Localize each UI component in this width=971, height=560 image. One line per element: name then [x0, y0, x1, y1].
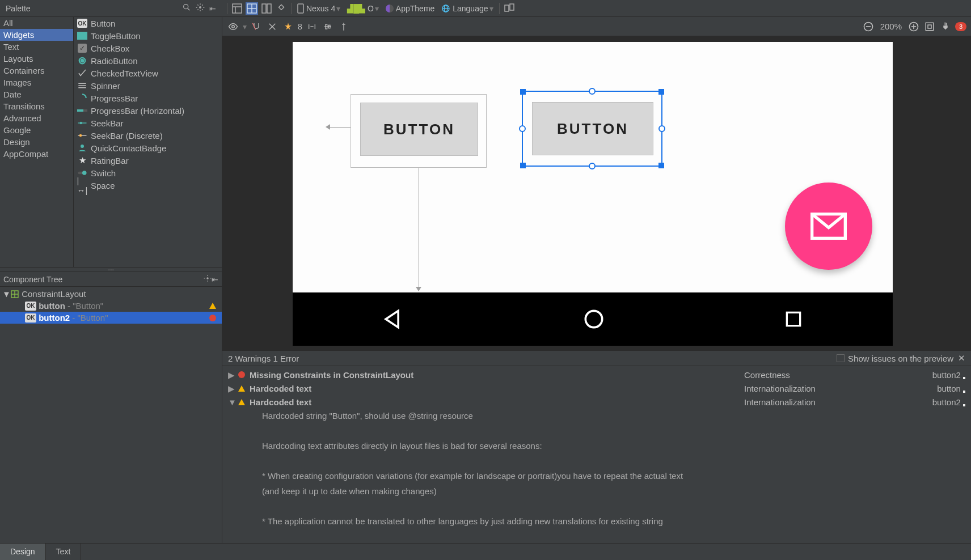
eye-icon[interactable]: [227, 20, 239, 33]
palette-widget-radiobutton[interactable]: RadioButton: [74, 54, 222, 67]
palette-widget-togglebutton[interactable]: ToggleButton: [74, 29, 222, 42]
floating-action-button[interactable]: [785, 183, 872, 270]
search-icon[interactable]: [182, 3, 192, 14]
error-badge[interactable]: 3: [955, 22, 966, 31]
issue-row[interactable]: ▶Missing Constraints in ConstraintLayout…: [222, 368, 971, 382]
palette-category-transitions[interactable]: Transitions: [0, 100, 73, 112]
palette-widget-seekbar[interactable]: SeekBar: [74, 117, 222, 129]
nav-back-icon[interactable]: [381, 307, 406, 332]
collapse-icon[interactable]: ⇤: [212, 275, 218, 284]
palette-category-all[interactable]: All: [0, 17, 73, 29]
collapse-icon[interactable]: ⇤: [209, 4, 219, 13]
resize-handle[interactable]: [520, 163, 526, 168]
blueprint-icon[interactable]: [246, 2, 258, 15]
zoom-level[interactable]: 200%: [880, 22, 902, 31]
palette-widget-progressbar[interactable]: ProgressBar: [74, 92, 222, 104]
issues-summary: 2 Warnings 1 Error: [228, 354, 299, 363]
nav-recent-icon[interactable]: [782, 308, 805, 330]
issue-row[interactable]: ▶Hardcoded textInternationalizationbutto…: [222, 382, 971, 396]
clear-constraints-icon[interactable]: [266, 20, 278, 33]
api-selector[interactable]: ▟█▙ O▾: [347, 4, 379, 13]
palette-category-containers[interactable]: Containers: [0, 65, 73, 77]
palette-category-widgets[interactable]: Widgets: [0, 29, 73, 41]
palette-widget-space[interactable]: |↔|Space: [74, 179, 222, 192]
palette-category-images[interactable]: Images: [0, 77, 73, 88]
button2-selection-frame[interactable]: BUTTON: [522, 91, 662, 167]
palette-widget-spinner[interactable]: Spinner: [74, 79, 222, 92]
preview-button2[interactable]: BUTTON: [532, 102, 653, 155]
palette-widget-quickcontactbadge[interactable]: QuickContactBadge: [74, 142, 222, 154]
palette-category-text[interactable]: Text: [0, 41, 73, 53]
default-margin[interactable]: 8: [298, 20, 302, 33]
theme-selector[interactable]: AppTheme: [386, 4, 434, 13]
resize-handle[interactable]: [658, 89, 664, 95]
tree-node-button2[interactable]: OK button2 - "Button": [0, 312, 222, 324]
radio-icon: [77, 56, 87, 66]
constraint-handle[interactable]: [658, 125, 665, 132]
layout-variants-icon[interactable]: [503, 2, 516, 15]
tree-node-button[interactable]: OK button - "Button": [0, 300, 222, 312]
pan-icon[interactable]: [939, 20, 952, 33]
nav-home-icon[interactable]: [581, 307, 606, 332]
warning-icon: [209, 303, 216, 309]
pack-icon[interactable]: [306, 20, 318, 33]
tab-design[interactable]: Design: [0, 544, 46, 560]
issue-detail-line: [222, 454, 971, 469]
resize-handle[interactable]: [658, 163, 664, 168]
show-preview-label: Show issues on the preview: [848, 354, 953, 363]
chevron-icon[interactable]: ▶: [228, 370, 238, 380]
ok-icon: OK: [77, 18, 87, 28]
chevron-icon[interactable]: ▶: [228, 384, 238, 394]
guideline-icon[interactable]: [337, 20, 350, 33]
palette-widget-checkedtextview[interactable]: CheckedTextView: [74, 67, 222, 79]
zoom-out-icon[interactable]: [862, 20, 875, 33]
palette-category-advanced[interactable]: Advanced: [0, 112, 73, 124]
palette-category-date[interactable]: Date: [0, 88, 73, 100]
palette-widget-progressbar-horizontal-[interactable]: ProgressBar (Horizontal): [74, 104, 222, 117]
resize-handle[interactable]: [520, 89, 526, 95]
device-selector[interactable]: Nexus 4▾: [297, 3, 340, 14]
palette-widget-checkbox[interactable]: ✓CheckBox: [74, 42, 222, 54]
zoom-in-icon[interactable]: [907, 20, 920, 33]
chevron-icon[interactable]: ▼: [228, 397, 238, 407]
constraint-handle[interactable]: [589, 163, 596, 169]
align-icon[interactable]: [322, 20, 334, 33]
palette-widget-ratingbar[interactable]: ★RatingBar: [74, 154, 222, 167]
fit-screen-icon[interactable]: [923, 20, 936, 33]
gear-icon[interactable]: [204, 274, 212, 284]
palette-category-appcompat[interactable]: AppCompat: [0, 148, 73, 160]
preview-button1[interactable]: BUTTON: [360, 103, 478, 156]
device-label: Nexus 4: [306, 4, 335, 13]
top-toolbar: Palette ⇤ Nexus 4▾ ▟█▙ O▾ AppTheme Langu…: [0, 0, 971, 17]
infer-constraints-icon[interactable]: [282, 20, 294, 33]
constraint-handle[interactable]: [519, 125, 526, 132]
tree-root[interactable]: ▼ ConstraintLayout: [0, 288, 222, 300]
show-preview-checkbox[interactable]: [837, 354, 845, 362]
orientation-icon[interactable]: [275, 2, 288, 15]
button1-frame[interactable]: BUTTON: [351, 94, 487, 168]
resize-grip[interactable]: ┉┉: [0, 268, 222, 272]
palette-category-design[interactable]: Design: [0, 136, 73, 148]
palette-widget-switch[interactable]: Switch: [74, 167, 222, 179]
issue-detail-line: Hardcoded string "Button", should use @s…: [222, 409, 971, 424]
palette-widget-seekbar-discrete-[interactable]: SeekBar (Discrete): [74, 129, 222, 142]
star-icon: ★: [77, 155, 87, 166]
divider: [227, 3, 227, 14]
both-surfaces-icon[interactable]: [260, 2, 273, 15]
tab-text[interactable]: Text: [46, 544, 82, 560]
design-surface-icon[interactable]: [231, 2, 243, 15]
palette-category-layouts[interactable]: Layouts: [0, 53, 73, 65]
close-icon[interactable]: ✕: [958, 353, 965, 363]
constraint-handle[interactable]: [589, 88, 596, 95]
palette-widget-button[interactable]: OKButton: [74, 17, 222, 29]
gear-icon[interactable]: [196, 3, 206, 14]
magnet-icon[interactable]: [250, 20, 263, 33]
svg-point-25: [79, 134, 82, 137]
design-canvas[interactable]: BUTTON BUTTON: [222, 36, 971, 350]
component-tree: ▼ ConstraintLayoutOK button - "Button"OK…: [0, 287, 222, 543]
language-selector[interactable]: Language▾: [441, 4, 493, 13]
button-icon: OK: [25, 313, 36, 323]
svg-point-0: [184, 5, 188, 9]
issue-row[interactable]: ▼Hardcoded textInternationalizationbutto…: [222, 396, 971, 409]
palette-category-google[interactable]: Google: [0, 124, 73, 136]
